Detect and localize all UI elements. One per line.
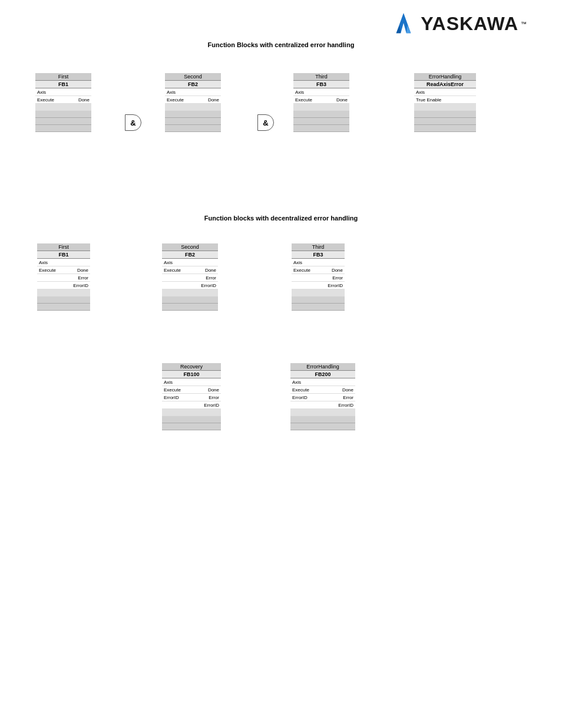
fb3-gray1 [293,111,349,118]
fb200-errorid-in: ErrorIDError [290,394,355,401]
fb3-block: Third FB3 Axis ExecuteDone [293,73,349,132]
fb1-gray1 [35,111,91,118]
fb100-axis: Axis [162,378,221,386]
fb2-gray2 [165,118,221,125]
diagram1-container: First FB1 Axis ExecuteDone & Second FB2 [21,55,550,191]
and-gate-1: & [125,114,141,131]
d-fb2-empty [162,289,218,297]
fb2-header: Second [165,73,221,81]
d-fb2-exec: ExecuteDone [162,266,218,274]
fb3-gray3 [293,125,349,132]
fb1-title: FB1 [35,81,91,88]
d-fb1-empty [37,289,90,297]
d-fb1-block: First FB1 Axis ExecuteDone Error ErrorID [37,243,90,311]
fbe-enable-row: True Enable [414,96,476,104]
d-fb3-error: Error [292,274,345,282]
fb200-header: ErrorHandling [290,363,355,371]
logo-tm: ™ [521,21,527,27]
fb100-exec: ExecuteDone [162,386,221,394]
fb1-block: First FB1 Axis ExecuteDone [35,73,91,132]
fb3-exec-row: ExecuteDone [293,96,349,104]
diagram2-section: Function blocks with decentralized error… [12,215,550,476]
diagram2-title: Function blocks with decentralized error… [12,215,550,222]
fb100-gray1 [162,416,221,423]
fb200-axis: Axis [290,378,355,386]
d-fb3-axis: Axis [292,259,345,266]
fb2-block: Second FB2 Axis ExecuteDone [165,73,221,132]
d-fb3-empty [292,289,345,297]
logo-area: YASKAWA™ [12,12,550,35]
fb1-empty1 [35,104,91,111]
diagram1-title: Function Blocks with centralized error h… [12,41,550,48]
d-fb2-block: Second FB2 Axis ExecuteDone Error ErrorI… [162,243,218,311]
fbe-gray3 [414,125,476,132]
d-fb3-header: Third [292,243,345,251]
diagram1-section: Function Blocks with centralized error h… [12,41,550,191]
d-fb1-gray2 [37,304,90,311]
fbe-gray1 [414,111,476,118]
fb200-exec: ExecuteDone [290,386,355,394]
d-fb2-gray1 [162,297,218,304]
fbe-empty1 [414,104,476,111]
fb1-axis-row: Axis [35,88,91,96]
fb2-empty1 [165,104,221,111]
fb2-exec-row: ExecuteDone [165,96,221,104]
d-fb3-gray2 [292,304,345,311]
d-fb1-errorid: ErrorID [37,282,90,289]
fb1-gray2 [35,118,91,125]
fb100-block: Recovery FB100 Axis ExecuteDone ErrorIDE… [162,363,221,430]
fb3-gray2 [293,118,349,125]
fb2-axis-row: Axis [165,88,221,96]
fbe-title: ReadAxisError [414,81,476,88]
fb2-gray3 [165,125,221,132]
d-fb3-errorid: ErrorID [292,282,345,289]
d-fb2-axis: Axis [162,259,218,266]
fb2-gray1 [165,111,221,118]
fb1-gray3 [35,125,91,132]
yaskawa-logo: YASKAWA™ [389,12,527,35]
fb100-errorid-in: ErrorIDError [162,394,221,401]
fb200-block: ErrorHandling FB200 Axis ExecuteDone Err… [290,363,355,430]
fb3-title: FB3 [293,81,349,88]
yaskawa-icon [389,12,418,35]
fb100-gray2 [162,423,221,430]
d-fb3-title: FB3 [292,251,345,259]
page: YASKAWA™ Function Blocks with centralize… [0,0,562,728]
d-fb2-gray2 [162,304,218,311]
fb1-exec-row: ExecuteDone [35,96,91,104]
d-fb2-error: Error [162,274,218,282]
logo-text: YASKAWA [421,13,518,35]
d-fb3-exec: ExecuteDone [292,266,345,274]
d-fb1-error: Error [37,274,90,282]
d-fb1-exec: ExecuteDone [37,266,90,274]
d-fb1-gray1 [37,297,90,304]
d-fb2-header: Second [162,243,218,251]
fb200-title: FB200 [290,371,355,378]
d-fb3-gray1 [292,297,345,304]
fbe-header: ErrorHandling [414,73,476,81]
fb100-title: FB100 [162,371,221,378]
fb3-empty1 [293,104,349,111]
diagram2-container: First FB1 Axis ExecuteDone Error ErrorID [21,229,550,476]
fbe-block: ErrorHandling ReadAxisError Axis True En… [414,73,476,132]
fb100-header: Recovery [162,363,221,371]
d-fb3-block: Third FB3 Axis ExecuteDone Error ErrorID [292,243,345,311]
fb200-gray2 [290,423,355,430]
d-fb1-axis: Axis [37,259,90,266]
fb200-errorid-out: ErrorID [290,401,355,409]
fbe-axis-row: Axis [414,88,476,96]
fb200-gray1 [290,416,355,423]
fb2-title: FB2 [165,81,221,88]
fb100-errorid-out: ErrorID [162,401,221,409]
d-fb2-title: FB2 [162,251,218,259]
and-gate-2: & [257,114,274,131]
fbe-gray2 [414,118,476,125]
d-fb1-header: First [37,243,90,251]
d-fb1-title: FB1 [37,251,90,259]
fb3-axis-row: Axis [293,88,349,96]
fb200-empty [290,409,355,416]
fb100-empty [162,409,221,416]
fb3-header: Third [293,73,349,81]
diagram2-connections [21,229,550,476]
fb1-header: First [35,73,91,81]
